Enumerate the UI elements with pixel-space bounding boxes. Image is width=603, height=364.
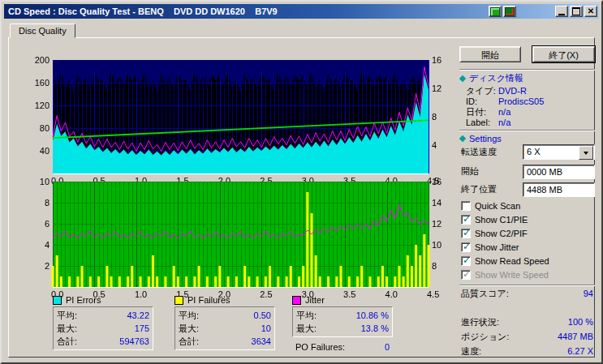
avg-label: 平均: <box>296 310 317 320</box>
chevron-down-icon <box>584 152 588 155</box>
pi-failures-swatch <box>174 296 183 305</box>
avg-value: 43.22 <box>127 309 149 322</box>
po-failures-value: 0 <box>385 340 390 353</box>
jitter-title: Jitter <box>305 295 325 305</box>
pi-errors-stats: PI Errors 平均:43.22 最大:175 合計:594763 <box>53 294 153 350</box>
disc-date-row: 日付:n/a <box>459 107 595 118</box>
checkbox-show-c1-pie[interactable]: Show C1/PIE <box>461 214 595 225</box>
speed-select-value: 6 X <box>527 147 541 156</box>
jitter-swatch <box>292 296 301 305</box>
speed-row: 速度:6.27 X <box>459 346 595 357</box>
avg-value: 0.50 <box>254 309 271 322</box>
maximize-button[interactable] <box>570 6 583 17</box>
checkbox-box[interactable] <box>461 256 471 266</box>
checkbox-show-jitter[interactable]: Show Jitter <box>461 242 595 253</box>
progress-value: 100 % <box>568 317 593 328</box>
settings-header: Settings <box>459 133 502 143</box>
quality-score-row: 品質スコア:94 <box>459 289 595 299</box>
close-icon: ✕ <box>588 7 594 15</box>
save-tool-icon <box>505 7 515 16</box>
po-failures-label: PO Failures: <box>295 342 345 352</box>
disc-tool-icon <box>490 7 500 16</box>
checkbox-box[interactable] <box>461 215 471 225</box>
total-value: 3634 <box>252 335 271 348</box>
checkbox-show-write-speed: Show Write Speed <box>461 269 595 280</box>
minimize-icon <box>558 14 565 15</box>
maximize-icon <box>572 7 580 15</box>
jitter-box: 平均:10.86 % 最大:13.8 % <box>292 306 393 337</box>
checkbox-show-read-speed[interactable]: Show Read Speed <box>461 255 595 267</box>
avg-value: 10.86 % <box>356 309 389 322</box>
progress-row: 進行状況:100 % <box>459 317 595 328</box>
position-value: 4487 MB <box>558 332 593 342</box>
total-label: 合計: <box>179 336 199 346</box>
max-label: 最大: <box>296 323 317 333</box>
pi-errors-title: PI Errors <box>66 295 101 305</box>
max-value: 13.8 % <box>361 322 389 335</box>
pi-errors-swatch <box>53 296 62 305</box>
tab-disc-quality[interactable]: Disc Quality <box>10 24 75 38</box>
avg-label: 平均: <box>57 310 77 320</box>
disc-type-row: タイプ:DVD-R <box>459 86 595 96</box>
exit-button[interactable]: 終了(X) <box>532 46 595 62</box>
checkbox-box[interactable] <box>461 242 471 252</box>
tab-page: PI Errors 平均:43.22 最大:175 合計:594763 PI F… <box>8 37 595 358</box>
end-position-field[interactable] <box>523 182 595 197</box>
quality-charts <box>11 45 445 301</box>
max-value: 10 <box>261 322 271 335</box>
titlebar[interactable]: CD Speed : Disc Quality Test - BENQ DVD … <box>4 4 599 19</box>
app-window: CD Speed : Disc Quality Test - BENQ DVD … <box>0 0 603 364</box>
po-failures-row: PO Failures: 0 <box>292 340 393 353</box>
total-value: 594763 <box>119 335 149 348</box>
close-button[interactable]: ✕ <box>584 6 597 17</box>
checkbox-box[interactable] <box>461 201 471 211</box>
disc-info-header: ディスク情報 <box>459 73 523 84</box>
position-row: ポジション:4487 MB <box>459 332 595 342</box>
max-label: 最大: <box>179 323 199 333</box>
divider <box>459 285 595 286</box>
speed-select[interactable]: 6 X <box>523 144 595 160</box>
divider <box>459 69 595 71</box>
divider <box>459 130 595 131</box>
pi-failures-box: 平均:0.50 最大:10 合計:3634 <box>174 306 275 350</box>
checkbox-show-c2-pif[interactable]: Show C2/PIF <box>461 228 595 239</box>
dropdown-button[interactable] <box>579 146 593 160</box>
avg-label: 平均: <box>179 310 199 320</box>
diamond-icon <box>459 135 466 141</box>
pi-failures-title: PI Failures <box>187 295 230 305</box>
diamond-icon <box>459 75 466 81</box>
titlebar-disc-tool-button[interactable] <box>489 6 502 17</box>
start-position-field[interactable] <box>523 165 595 179</box>
window-title: CD Speed : Disc Quality Test - BENQ DVD … <box>4 6 489 16</box>
disc-id-row: ID:ProdiscS05 <box>459 96 595 107</box>
checkbox-box[interactable] <box>461 229 471 238</box>
max-label: 最大: <box>57 323 77 333</box>
start-button[interactable]: 開始 <box>459 46 521 62</box>
jitter-stats: Jitter 平均:10.86 % 最大:13.8 % PO Failures:… <box>292 294 393 353</box>
pi-errors-box: 平均:43.22 最大:175 合計:594763 <box>53 306 153 350</box>
disc-label-row: Label:n/a <box>459 118 595 128</box>
total-label: 合計: <box>57 336 77 346</box>
checkbox-quick-scan[interactable]: Quick Scan <box>461 200 595 212</box>
max-value: 175 <box>135 322 149 335</box>
titlebar-save-tool-button[interactable] <box>503 6 516 17</box>
quality-score-value: 94 <box>584 289 593 299</box>
minimize-button[interactable] <box>555 6 568 17</box>
speed-value: 6.27 X <box>567 346 593 357</box>
checkbox-box <box>461 270 471 280</box>
pi-failures-stats: PI Failures 平均:0.50 最大:10 合計:3634 <box>174 294 275 350</box>
